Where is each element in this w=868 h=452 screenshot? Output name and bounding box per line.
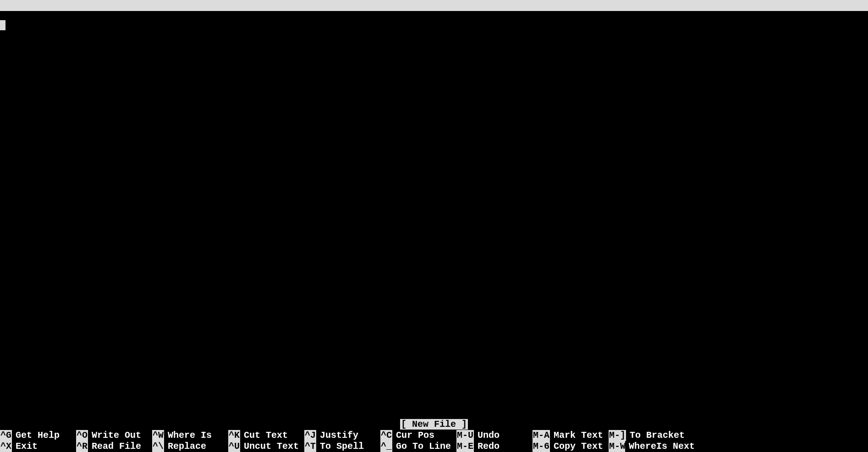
shortcut-row-1: ^GGet Help ^OWrite Out ^WWhere Is ^KCut … — [0, 430, 868, 441]
shortcut-row-2: ^XExit ^RRead File ^\Replace ^UUncut Tex… — [0, 441, 868, 452]
status-line: [ New File ] — [0, 419, 868, 430]
shortcut-key: ^J — [304, 430, 316, 441]
shortcut-key: ^W — [152, 430, 164, 441]
shortcut-key: M-W — [609, 441, 625, 452]
shortcut-label: Uncut Text — [240, 441, 299, 452]
shortcut-label: Cur Pos — [392, 430, 434, 441]
shortcut-to-bracket[interactable]: M-]To Bracket — [609, 430, 685, 441]
shortcut-key: M-6 — [533, 441, 550, 452]
shortcut-label: Copy Text — [550, 441, 603, 452]
shortcut-mark-text[interactable]: M-AMark Text — [533, 430, 609, 441]
shortcut-cur-pos[interactable]: ^CCur Pos — [380, 430, 456, 441]
shortcut-key: M-E — [456, 441, 474, 452]
shortcut-whereis-next[interactable]: M-WWhereIs Next — [609, 441, 685, 452]
shortcut-copy-text[interactable]: M-6Copy Text — [533, 441, 609, 452]
shortcut-key: ^T — [304, 441, 316, 452]
shortcut-label: Where Is — [164, 430, 212, 441]
shortcut-key: M-A — [533, 430, 550, 441]
shortcut-label: To Bracket — [626, 430, 685, 441]
shortcut-key: ^C — [380, 430, 392, 441]
shortcut-key: ^G — [0, 430, 12, 441]
shortcut-label: Mark Text — [550, 430, 603, 441]
shortcut-key: ^X — [0, 441, 12, 452]
shortcut-label: Replace — [164, 441, 206, 452]
shortcut-label: Write Out — [88, 430, 141, 441]
shortcut-label: Redo — [474, 441, 500, 452]
shortcut-label: Undo — [474, 430, 500, 441]
shortcut-label: Justify — [316, 430, 358, 441]
shortcut-where-is[interactable]: ^WWhere Is — [152, 430, 228, 441]
shortcut-bar: ^GGet Help ^OWrite Out ^WWhere Is ^KCut … — [0, 430, 868, 452]
shortcut-label: Go To Line — [392, 441, 451, 452]
shortcut-label: Get Help — [12, 430, 60, 441]
shortcut-justify[interactable]: ^JJustify — [304, 430, 380, 441]
shortcut-redo[interactable]: M-ERedo — [456, 441, 533, 452]
shortcut-label: Read File — [88, 441, 141, 452]
text-cursor — [0, 20, 5, 30]
shortcut-key: M-U — [456, 430, 474, 441]
shortcut-to-spell[interactable]: ^TTo Spell — [304, 441, 380, 452]
shortcut-replace[interactable]: ^\Replace — [152, 441, 228, 452]
shortcut-label: WhereIs Next — [625, 441, 695, 452]
editor-area[interactable] — [0, 11, 868, 419]
shortcut-key: ^O — [76, 430, 88, 441]
shortcut-get-help[interactable]: ^GGet Help — [0, 430, 76, 441]
shortcut-exit[interactable]: ^XExit — [0, 441, 76, 452]
shortcut-undo[interactable]: M-UUndo — [456, 430, 533, 441]
status-badge: [ New File ] — [400, 419, 468, 430]
shortcut-key: ^_ — [380, 441, 392, 452]
shortcut-label: To Spell — [316, 441, 364, 452]
shortcut-label: Exit — [12, 441, 38, 452]
shortcut-key: M-] — [609, 430, 626, 441]
shortcut-write-out[interactable]: ^OWrite Out — [76, 430, 152, 441]
title-bar: GNU nano 2.9.3 /etc/systemd/system/Minec… — [0, 0, 868, 11]
shortcut-key: ^R — [76, 441, 88, 452]
shortcut-key: ^U — [228, 441, 240, 452]
shortcut-read-file[interactable]: ^RRead File — [76, 441, 152, 452]
shortcut-key: ^K — [228, 430, 240, 441]
shortcut-go-to-line[interactable]: ^_Go To Line — [380, 441, 456, 452]
shortcut-cut-text[interactable]: ^KCut Text — [228, 430, 304, 441]
shortcut-label: Cut Text — [240, 430, 288, 441]
shortcut-key: ^\ — [152, 441, 164, 452]
shortcut-uncut-text[interactable]: ^UUncut Text — [228, 441, 304, 452]
